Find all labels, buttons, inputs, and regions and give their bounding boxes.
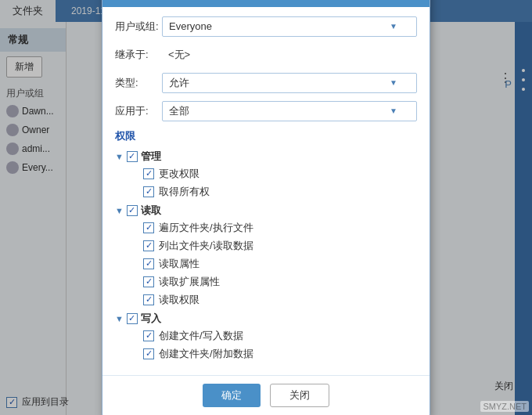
form-row-type: 类型: 允许 ▼	[115, 73, 417, 93]
form-row-apply: 应用于: 全部 ▼	[115, 101, 417, 121]
dropdown-arrow-icon: ▼	[390, 22, 397, 31]
perm-section-read: ▼ 读取 遍历文件夹/执行文件 列出文件夹/读取数据 读取属性	[115, 204, 417, 307]
apply-to-value: 全部	[169, 104, 189, 118]
modal-body: 用户或组: Everyone ▼ 继承于: <无> 类型:	[102, 7, 430, 375]
perm-section-header-write: ▼ 写入	[115, 312, 417, 326]
type-control[interactable]: 允许 ▼	[162, 73, 417, 93]
section-title-manage: 管理	[141, 150, 161, 164]
type-select[interactable]: 允许 ▼	[162, 73, 417, 93]
perm-label: 取得所有权	[159, 185, 210, 199]
user-group-label: 用户或组:	[115, 20, 162, 34]
section-title-write: 写入	[141, 312, 161, 326]
type-value: 允许	[169, 76, 189, 90]
perm-item: 更改权限	[143, 167, 417, 181]
apply-to-select[interactable]: 全部 ▼	[162, 101, 417, 121]
inherit-control: <无>	[162, 45, 417, 65]
checkbox-list-folder[interactable]	[143, 240, 154, 251]
perm-label: 列出文件夹/读取数据	[159, 239, 253, 253]
apply-to-control[interactable]: 全部 ▼	[162, 101, 417, 121]
perm-item: 创建文件夹/附加数据	[143, 347, 417, 361]
modal-dialog: 权限编辑器 用户或组: Everyone ▼ 继承于: <无>	[102, 0, 430, 415]
perm-section-write: ▼ 写入 创建文件/写入数据 创建文件夹/附加数据	[115, 312, 417, 361]
user-group-value: Everyone	[169, 20, 212, 32]
dropdown-arrow-icon: ▼	[390, 106, 397, 115]
perm-label: 创建文件夹/附加数据	[159, 347, 253, 361]
permissions-title: 权限	[115, 129, 417, 143]
checkbox-read-perm[interactable]	[143, 294, 154, 305]
section-checkbox-read[interactable]	[127, 205, 138, 216]
perm-section-header-read: ▼ 读取	[115, 204, 417, 218]
perm-item: 读取权限	[143, 293, 417, 307]
modal-title-bar: 权限编辑器	[102, 0, 430, 7]
section-checkbox-manage[interactable]	[127, 151, 138, 162]
user-group-select[interactable]: Everyone ▼	[162, 16, 417, 37]
perm-label: 创建文件/写入数据	[159, 329, 243, 343]
dropdown-arrow-icon: ▼	[390, 78, 397, 87]
perm-item: 取得所有权	[143, 185, 417, 199]
perm-items-manage: 更改权限 取得所有权	[115, 167, 417, 199]
perm-section-manage: ▼ 管理 更改权限 取得所有权	[115, 150, 417, 199]
close-modal-button[interactable]: 关闭	[270, 384, 329, 407]
section-checkbox-write[interactable]	[127, 313, 138, 324]
modal-overlay: 权限编辑器 用户或组: Everyone ▼ 继承于: <无>	[0, 0, 532, 415]
collapse-icon-write[interactable]: ▼	[115, 314, 124, 323]
perm-label: 读取扩展属性	[159, 275, 220, 289]
checkbox-traverse[interactable]	[143, 222, 154, 233]
checkbox-change-perm[interactable]	[143, 168, 154, 179]
modal-footer: 确定 关闭	[102, 375, 430, 416]
perm-label: 遍历文件夹/执行文件	[159, 221, 253, 235]
checkbox-create-file[interactable]	[143, 330, 154, 341]
perm-item: 创建文件/写入数据	[143, 329, 417, 343]
inherit-value: <无>	[162, 45, 417, 65]
collapse-icon-manage[interactable]: ▼	[115, 152, 124, 161]
confirm-button[interactable]: 确定	[203, 384, 261, 407]
watermark: SMYZ.NET	[480, 401, 529, 412]
modal-title: 权限编辑器	[239, 0, 293, 1]
perm-item: 遍历文件夹/执行文件	[143, 221, 417, 235]
form-row-inherit: 继承于: <无>	[115, 45, 417, 65]
perm-label: 读取属性	[159, 257, 200, 271]
checkbox-read-attr[interactable]	[143, 258, 154, 269]
perm-item: 列出文件夹/读取数据	[143, 239, 417, 253]
form-row-user-group: 用户或组: Everyone ▼	[115, 16, 417, 37]
perm-label: 更改权限	[159, 167, 200, 181]
collapse-icon-read[interactable]: ▼	[115, 206, 124, 215]
checkbox-create-folder[interactable]	[143, 348, 154, 359]
perm-items-write: 创建文件/写入数据 创建文件夹/附加数据	[115, 329, 417, 361]
apply-to-label: 应用于:	[115, 104, 162, 118]
checkbox-read-ext-attr[interactable]	[143, 276, 154, 287]
type-label: 类型:	[115, 76, 162, 90]
section-title-read: 读取	[141, 204, 161, 218]
perm-item: 读取属性	[143, 257, 417, 271]
user-group-control[interactable]: Everyone ▼	[162, 16, 417, 37]
checkbox-take-ownership[interactable]	[143, 186, 154, 197]
perm-items-read: 遍历文件夹/执行文件 列出文件夹/读取数据 读取属性 读取扩展属性	[115, 221, 417, 307]
inherit-label: 继承于:	[115, 48, 162, 62]
perm-item: 读取扩展属性	[143, 275, 417, 289]
perm-section-header-manage: ▼ 管理	[115, 150, 417, 164]
perm-label: 读取权限	[159, 293, 200, 307]
